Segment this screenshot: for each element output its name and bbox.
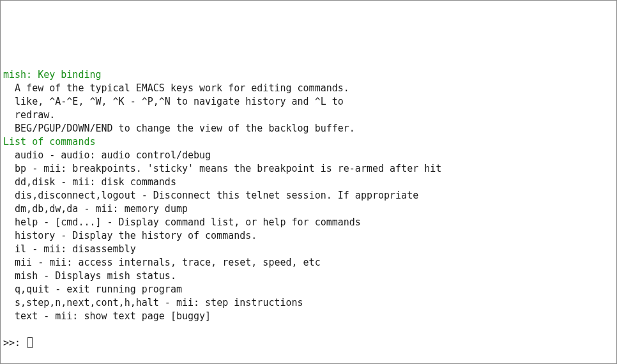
prompt-text: >>:: [3, 337, 26, 349]
command-desc: mii: step instructions: [176, 297, 303, 308]
command-line: dm,db,dw,da - mii: memory dump: [3, 202, 614, 216]
command-line: dis,disconnect,logout - Disconnect this …: [3, 189, 614, 202]
command-name: audio: [15, 149, 43, 161]
command-name: il: [15, 243, 26, 255]
command-desc: exit running program: [66, 284, 182, 295]
command-line: text - mii: show text page [buggy]: [3, 310, 614, 323]
command-name: mii: [15, 257, 32, 268]
command-desc: Display the history of commands.: [72, 230, 257, 241]
command-line: q,quit - exit running program: [3, 283, 614, 296]
command-name: bp: [15, 163, 26, 174]
command-name: help - [cmd...]: [15, 216, 101, 228]
terminal-output: mish: Key binding A few of the typical E…: [3, 55, 614, 350]
command-name: dis,disconnect,logout: [15, 190, 136, 201]
command-line: dd,disk - mii: disk commands: [3, 176, 614, 189]
help-line: BEG/PGUP/DOWN/END to change the view of …: [3, 122, 614, 135]
command-name: history: [15, 230, 55, 241]
command-line: audio - audio: audio control/debug: [3, 149, 614, 162]
command-line: history - Display the history of command…: [3, 229, 614, 243]
command-name: mish: [15, 270, 38, 282]
command-name: text: [15, 310, 38, 322]
command-line: help - [cmd...] - Display command list, …: [3, 216, 614, 229]
command-name: q,quit: [15, 284, 49, 295]
command-line: mish - Displays mish status.: [3, 269, 614, 283]
command-desc: mii: disk commands: [72, 176, 176, 188]
command-desc: mii: breakpoints. 'sticky' means the bre…: [43, 163, 441, 174]
command-name: dd,disk: [15, 176, 55, 188]
command-desc: mii: memory dump: [95, 203, 188, 215]
command-desc: mii: access internals, trace, reset, spe…: [49, 257, 320, 268]
command-name: s,step,n,next,cont,h,halt: [15, 297, 159, 308]
command-line: s,step,n,next,cont,h,halt - mii: step in…: [3, 296, 614, 310]
command-desc: mii: show text page [buggy]: [55, 310, 211, 322]
command-name: dm,db,dw,da: [15, 203, 78, 215]
command-desc: audio: audio control/debug: [61, 149, 211, 161]
help-line: A few of the typical EMACS keys work for…: [3, 82, 614, 95]
command-line: bp - mii: breakpoints. 'sticky' means th…: [3, 162, 614, 176]
command-desc: Disconnect this telnet session. If appro…: [153, 190, 418, 201]
help-line: redraw.: [3, 109, 614, 122]
command-desc: Displays mish status.: [55, 270, 176, 282]
command-desc: mii: disassembly: [43, 243, 136, 255]
section-heading-keybinding: mish: Key binding: [3, 69, 102, 80]
cursor-icon: [27, 337, 33, 348]
help-line: like, ^A-^E, ^W, ^K - ^P,^N to navigate …: [3, 95, 614, 109]
prompt-line[interactable]: >>:: [3, 337, 614, 350]
command-line: il - mii: disassembly: [3, 243, 614, 256]
section-heading-commands: List of commands: [3, 136, 96, 148]
command-line: mii - mii: access internals, trace, rese…: [3, 256, 614, 269]
command-desc: Display command list, or help for comman…: [119, 216, 361, 228]
